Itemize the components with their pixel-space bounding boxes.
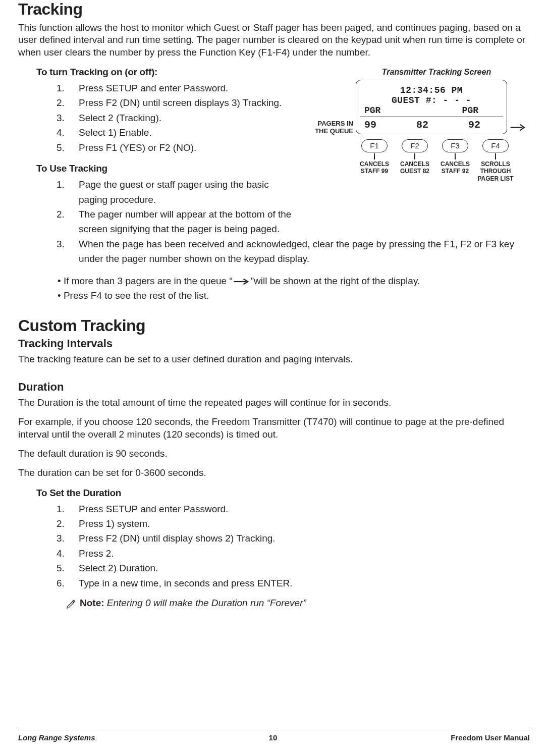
turn-on-step: Select 2 (Tracking). xyxy=(79,113,161,123)
f4-button: F4 xyxy=(482,139,509,152)
f2-desc: CANCELS GUEST 82 xyxy=(395,160,435,175)
queue-bullet-1: • If more than 3 pagers are in the queue… xyxy=(58,274,530,288)
heading-duration: Duration xyxy=(18,381,530,394)
f4-desc: SCROLLS THROUGH PAGER LIST xyxy=(475,160,516,182)
f3-desc: CANCELS STAFF 92 xyxy=(435,160,475,175)
heading-custom-tracking: Custom Tracking xyxy=(18,316,530,335)
set-duration-step: Press 1) system. xyxy=(79,518,150,529)
f1-desc: CANCELS STAFF 99 xyxy=(354,160,395,175)
note-label: Note: xyxy=(80,598,104,608)
pgr-left: PGR xyxy=(364,105,380,116)
transmitter-screen: 12:34:56 PM GUEST #: - - - PGR PGR 99 82… xyxy=(356,80,507,134)
page-footer: Long Range Systems 10 Freedom User Manua… xyxy=(18,730,530,742)
intro-paragraph: This function allows the host to monitor… xyxy=(18,22,530,59)
duration-para: The Duration is the total amount of time… xyxy=(18,397,530,409)
scroll-arrow-icon xyxy=(510,123,527,132)
queue-2: 92 xyxy=(468,119,480,131)
set-duration-step: Select 2) Duration. xyxy=(79,563,158,573)
queue-1: 82 xyxy=(416,119,428,131)
duration-para: The default duration is 90 seconds. xyxy=(18,448,530,460)
note-row: Note: Entering 0 will make the Duration … xyxy=(66,598,530,610)
turn-on-step: Press F1 (YES) or F2 (NO). xyxy=(79,142,196,153)
duration-para: The duration can be set for 0-3600 secon… xyxy=(18,467,530,479)
set-duration-step: Type in a new time, in seconds and press… xyxy=(79,578,292,588)
set-duration-step: Press 2. xyxy=(79,548,114,559)
note-text: Entering 0 will make the Duration run “F… xyxy=(107,598,306,608)
use-step: Page the guest or staff pager using the … xyxy=(79,179,269,204)
use-step: The pager number will appear at the bott… xyxy=(79,209,291,234)
intervals-para: The tracking feature can be set to a use… xyxy=(18,353,530,365)
pgr-right: PGR xyxy=(462,105,478,116)
use-step: When the page has been received and ackn… xyxy=(79,239,514,264)
screen-time: 12:34:56 PM xyxy=(360,85,503,95)
f2-button: F2 xyxy=(402,139,428,152)
turn-on-step: Select 1) Enable. xyxy=(79,127,152,138)
queue-0: 99 xyxy=(364,119,376,131)
inline-arrow-icon xyxy=(233,278,251,285)
footer-left: Long Range Systems xyxy=(18,733,95,742)
fkeys-row: F1 CANCELS STAFF 99 F2 CANCELS GUEST 82 … xyxy=(354,139,516,182)
footer-right: Freedom User Manual xyxy=(451,733,530,742)
heading-intervals: Tracking Intervals xyxy=(18,337,530,350)
f1-button: F1 xyxy=(361,139,388,152)
tracking-diagram: Transmitter Tracking Screen PAGERS IN TH… xyxy=(318,68,530,204)
turn-on-step: Press SETUP and enter Password. xyxy=(79,83,228,93)
diagram-caption: Transmitter Tracking Screen xyxy=(343,68,530,77)
duration-para: For example, if you choose 120 seconds, … xyxy=(18,416,530,441)
pencil-icon xyxy=(66,599,77,610)
set-duration-heading: To Set the Duration xyxy=(36,488,530,499)
set-duration-step: Press SETUP and enter Password. xyxy=(79,504,228,514)
screen-guest: GUEST #: - - - xyxy=(360,95,503,105)
pagers-in-queue-label: PAGERS IN THE QUEUE xyxy=(303,120,353,135)
queue-bullet-2: • Press F4 to see the rest of the list. xyxy=(58,288,530,303)
heading-tracking: Tracking xyxy=(18,0,530,19)
footer-page-number: 10 xyxy=(269,733,278,742)
f3-button: F3 xyxy=(442,139,468,152)
turn-on-step: Press F2 (DN) until screen displays 3) T… xyxy=(79,97,282,108)
set-duration-step: Press F2 (DN) until display shows 2) Tra… xyxy=(79,533,276,544)
set-duration-steps: 1.Press SETUP and enter Password. 2.Pres… xyxy=(68,502,530,591)
